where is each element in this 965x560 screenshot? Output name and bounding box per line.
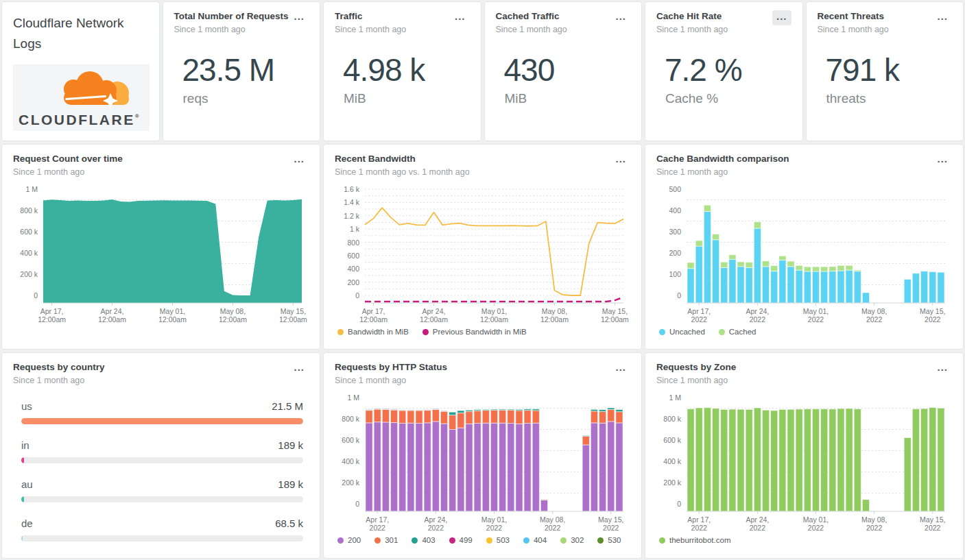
svg-text:12:00am: 12:00am [540, 315, 569, 324]
country-bar-track [21, 496, 303, 502]
panel-menu-button[interactable]: ... [611, 153, 630, 168]
legend-item[interactable]: 403 [412, 536, 435, 544]
stat-panel-cache-hit-rate: Cache Hit Rate Since 1 month ago ... 7.2… [645, 1, 803, 141]
svg-text:May 08,: May 08, [861, 307, 887, 315]
country-bar-fill [21, 535, 23, 541]
request-count-chart[interactable]: 1 M800 k600 k400 k200 k0Apr 17,12:00amAp… [13, 181, 309, 326]
panel-subtitle: Since 1 month ago [13, 376, 105, 385]
panel-menu-button[interactable]: ... [289, 153, 309, 168]
svg-text:12:00am: 12:00am [480, 315, 508, 324]
svg-text:0: 0 [34, 291, 38, 300]
country-label: us [21, 400, 32, 412]
svg-text:May 08,: May 08, [861, 515, 887, 524]
country-bar-fill [21, 457, 24, 463]
svg-text:May 01,: May 01, [803, 515, 829, 524]
svg-text:2022: 2022 [486, 524, 503, 532]
panel-menu-button[interactable]: ... [933, 153, 952, 168]
svg-text:Apr 24,: Apr 24, [424, 515, 447, 524]
svg-text:2022: 2022 [370, 524, 386, 532]
legend-dot [337, 537, 344, 544]
panel-title: Recent Bandwidth [335, 153, 470, 165]
legend-item[interactable]: Previous Bandwidth in MiB [422, 328, 527, 336]
request-count-canvas: 1 M800 k600 k400 k200 k0Apr 17,12:00amAp… [13, 181, 309, 326]
svg-text:May 08,: May 08, [220, 307, 246, 315]
legend-item[interactable]: theburritobot.com [659, 536, 731, 544]
svg-text:1 M: 1 M [669, 393, 681, 402]
legend-item[interactable]: 503 [486, 536, 510, 544]
svg-text:2022: 2022 [603, 524, 619, 532]
requests-by-zone-chart[interactable]: 1 M800 k600 k400 k200 k0Apr 17,2022Apr 2… [656, 389, 952, 535]
svg-text:12:00am: 12:00am [98, 315, 126, 324]
stat-value: 791 k [826, 51, 953, 88]
svg-text:200 k: 200 k [20, 270, 38, 278]
country-label: de [21, 518, 33, 529]
svg-text:May 15,: May 15, [598, 515, 623, 524]
country-row[interactable]: in189 k [21, 439, 303, 463]
stat-unit: threats [826, 91, 953, 106]
svg-text:0: 0 [355, 291, 359, 300]
svg-text:12:00am: 12:00am [158, 315, 187, 324]
legend-item[interactable]: Cached [719, 328, 756, 336]
legend-dot [719, 329, 725, 335]
panel-menu-button[interactable]: ... [611, 10, 630, 25]
recent-bandwidth-chart[interactable]: 1.6 k1.4 k1.2 k1 k8006004002000Apr 17,12… [335, 181, 630, 326]
country-row[interactable]: us21.5 M [21, 400, 303, 424]
svg-text:Apr 24,: Apr 24, [422, 307, 446, 315]
panel-menu-button[interactable]: ... [289, 361, 309, 376]
panel-menu-button[interactable]: ... [289, 10, 309, 25]
svg-text:May 15,: May 15, [920, 307, 945, 315]
svg-text:May 01,: May 01, [481, 307, 507, 315]
panel-title: Total Number of Requests [174, 10, 289, 23]
svg-text:1 M: 1 M [347, 393, 359, 402]
svg-text:800 k: 800 k [663, 415, 681, 423]
svg-text:12:00am: 12:00am [219, 315, 247, 324]
stat-value: 23.5 M [182, 51, 309, 88]
chart-legend: Bandwidth in MiBPrevious Bandwidth in Mi… [337, 328, 630, 336]
chart-panel-request-count: Request Count over time Since 1 month ag… [1, 144, 320, 350]
legend-item[interactable]: 404 [523, 536, 547, 544]
country-row[interactable]: au189 k [21, 478, 303, 502]
svg-text:800 k: 800 k [342, 415, 359, 423]
svg-text:2022: 2022 [866, 315, 883, 324]
chart-legend: theburritobot.com [659, 536, 952, 544]
svg-text:0: 0 [677, 291, 681, 300]
panel-menu-button[interactable]: ... [772, 10, 791, 25]
legend-item[interactable]: 200 [337, 536, 361, 544]
svg-text:2022: 2022 [925, 315, 941, 324]
legend-item[interactable]: 302 [560, 536, 584, 544]
svg-text:1.4 k: 1.4 k [344, 199, 360, 207]
svg-text:2022: 2022 [691, 315, 708, 324]
panel-menu-button[interactable]: ... [933, 10, 952, 25]
svg-text:0: 0 [355, 500, 359, 508]
svg-text:May 01,: May 01, [160, 307, 185, 315]
dashboard-title: Cloudflare Network Logs [13, 13, 148, 55]
legend-item[interactable]: Bandwidth in MiB [337, 328, 409, 336]
panel-menu-button[interactable]: ... [451, 10, 470, 25]
panel-subtitle: Since 1 month ago [335, 376, 447, 385]
svg-text:May 15,: May 15, [920, 515, 945, 524]
legend-item[interactable]: Uncached [659, 328, 705, 336]
legend-item[interactable]: 499 [449, 536, 473, 544]
legend-item[interactable]: 301 [374, 536, 398, 544]
panel-title: Cached Traffic [496, 10, 567, 23]
stat-unit: Cache % [665, 91, 791, 106]
legend-dot [337, 329, 344, 335]
country-bar-list: us21.5 Min189 kau189 kde68.5 k [21, 400, 303, 541]
panel-title: Requests by Zone [656, 361, 736, 374]
legend-item[interactable]: 526 [337, 558, 361, 559]
panel-subtitle: Since 1 month ago [656, 25, 728, 34]
svg-text:May 08,: May 08, [542, 307, 567, 315]
svg-text:600 k: 600 k [20, 228, 38, 236]
stat-unit: MiB [344, 91, 470, 106]
http-status-chart[interactable]: 1 M800 k600 k400 k200 k0Apr 17,2022Apr 2… [335, 389, 630, 535]
panel-menu-button[interactable]: ... [933, 361, 952, 376]
cache-bandwidth-chart[interactable]: 5004003002001000Apr 17,2022Apr 24,2022Ma… [656, 181, 952, 326]
panel-subtitle: Since 1 month ago [496, 25, 567, 34]
chart-legend: 200301403499503404302530526524 [337, 536, 630, 559]
svg-text:2022: 2022 [808, 315, 824, 324]
panel-subtitle: Since 1 month ago [656, 376, 736, 385]
legend-item[interactable]: 524 [374, 558, 398, 559]
country-row[interactable]: de68.5 k [21, 518, 303, 541]
legend-item[interactable]: 530 [597, 536, 621, 544]
panel-menu-button[interactable]: ... [611, 361, 630, 376]
